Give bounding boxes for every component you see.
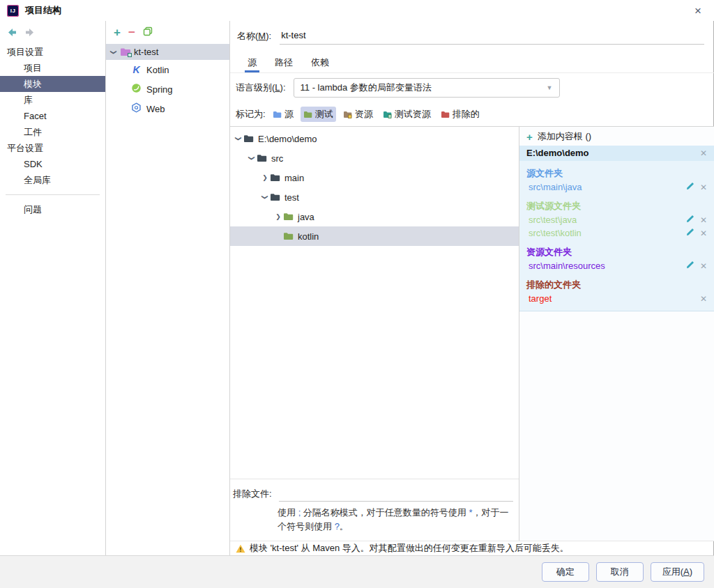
sidebar-item-modules[interactable]: 模块 (0, 76, 105, 92)
module-facet-spring[interactable]: Spring (106, 79, 229, 99)
module-name-input[interactable] (280, 29, 704, 45)
add-content-root-link[interactable]: + 添加内容根 () (519, 127, 714, 146)
add-content-root-label: 添加内容根 () (538, 130, 591, 143)
edit-pencil-icon[interactable] (686, 182, 694, 192)
tree-row-root[interactable]: E:\demo\demo (230, 129, 519, 148)
tree-row-kotlin[interactable]: kotlin (230, 226, 519, 246)
remove-root-icon[interactable]: ✕ (700, 149, 707, 157)
folder-dark-icon (270, 193, 280, 201)
mark-chip-resources[interactable]: 资源 (340, 107, 376, 122)
sidebar-item-problems[interactable]: 问题 (0, 201, 105, 217)
facet-label: Spring (146, 84, 173, 95)
test-source-folder-row: src\test\kotlin ✕ (519, 226, 714, 240)
exclude-files-input[interactable] (279, 486, 513, 502)
project-structure-dialog: IJ 项目结构 × 项目设置 项目 模块 库 Facet 工件 平台设置 SDK… (0, 0, 714, 588)
folder-path[interactable]: src\test\java (529, 215, 681, 225)
remove-folder-icon[interactable]: ✕ (700, 262, 707, 270)
tree-row-main[interactable]: main (230, 168, 519, 187)
language-level-select[interactable]: 11 - lambda 参数的局部变量语法 ▼ (294, 78, 560, 98)
module-editor: 名称(M): 源 路径 依赖 语言级别(L): 11 - lambda 参数的局… (230, 21, 714, 555)
section-title-test-source-folders: 测试源文件夹 (519, 194, 714, 213)
remove-folder-icon[interactable]: ✕ (700, 229, 707, 238)
sidebar-item-artifacts[interactable]: 工件 (0, 124, 105, 140)
tab-sources[interactable]: 源 (238, 52, 266, 72)
mark-chip-sources[interactable]: 源 (270, 107, 296, 122)
warning-text: 模块 'kt-test' 从 Maven 导入。对其配置做出的任何变更在重新导入… (250, 542, 569, 555)
spring-icon (131, 83, 142, 95)
exclude-files-help: 使用 ; 分隔名称模式，对于任意数量的符号使用 *，对于一个符号则使用 ?。 (278, 506, 510, 534)
tree-row-java[interactable]: java (230, 207, 519, 226)
modules-panel: + − kt-test K Kotlin Spring (106, 21, 230, 555)
close-icon[interactable]: × (690, 5, 706, 17)
chevron-down-icon[interactable] (234, 135, 243, 142)
forward-icon[interactable] (24, 28, 35, 37)
settings-sidebar: 项目设置 项目 模块 库 Facet 工件 平台设置 SDK 全局库 问题 (0, 21, 106, 555)
folder-dark-icon (257, 154, 267, 162)
cancel-button[interactable]: 取消 (596, 562, 644, 582)
content-root-header: E:\demo\demo ✕ (519, 146, 714, 161)
module-name: kt-test (134, 47, 158, 57)
mark-as-row: 标记为: 源 测试 资源 测试资源 (230, 102, 714, 127)
folder-green-icon (283, 232, 294, 240)
mark-chip-test-resources[interactable]: 测试资源 (380, 107, 434, 122)
sidebar-item-libraries[interactable]: 库 (0, 92, 105, 108)
copy-icon[interactable] (143, 26, 153, 38)
folder-path[interactable]: src\main\java (529, 182, 681, 192)
edit-pencil-icon[interactable] (686, 228, 694, 238)
content-root-path[interactable]: E:\demo\demo (526, 148, 589, 158)
edit-pencil-icon[interactable] (686, 261, 694, 271)
remove-icon[interactable]: − (128, 29, 135, 37)
exclude-files-label: 排除文件: (233, 488, 272, 500)
folder-dark-icon (243, 134, 254, 143)
folder-path[interactable]: src\main\resources (529, 261, 681, 271)
ok-button[interactable]: 确定 (542, 562, 589, 582)
tree-label: main (284, 173, 304, 183)
tab-paths[interactable]: 路径 (266, 52, 302, 72)
module-tree-root[interactable]: kt-test (106, 44, 229, 60)
source-folder-row: src\main\java ✕ (519, 180, 714, 194)
back-icon[interactable] (7, 28, 17, 37)
language-level-row: 语言级别(L): 11 - lambda 参数的局部变量语法 ▼ (230, 73, 714, 102)
sidebar-divider (6, 194, 100, 195)
chevron-down-icon[interactable] (109, 49, 119, 56)
edit-pencil-icon[interactable] (686, 215, 694, 225)
facet-label: Web (146, 104, 165, 114)
module-facet-kotlin[interactable]: K Kotlin (106, 60, 229, 79)
folder-dark-icon (270, 173, 280, 182)
folder-tree: E:\demo\demo src main (230, 127, 519, 479)
excluded-folder-row: target ✕ (519, 292, 714, 305)
tree-row-src[interactable]: src (230, 148, 519, 168)
language-level-label: 语言级别(L): (236, 82, 286, 94)
chevron-right-icon[interactable] (273, 213, 283, 220)
remove-folder-icon[interactable]: ✕ (700, 216, 707, 224)
editor-tabs: 源 路径 依赖 (230, 52, 714, 73)
sidebar-item-facets[interactable]: Facet (0, 108, 105, 124)
section-title-excluded-folders: 排除的文件夹 (519, 272, 714, 292)
tree-label: test (284, 192, 299, 203)
remove-folder-icon[interactable]: ✕ (700, 295, 707, 303)
chevron-down-icon[interactable] (260, 194, 270, 201)
title-bar: IJ 项目结构 × (0, 0, 714, 21)
mark-chip-excluded[interactable]: 排除的 (438, 107, 483, 122)
sidebar-item-global-libraries[interactable]: 全局库 (0, 172, 105, 188)
folder-path[interactable]: src\test\kotlin (529, 228, 681, 238)
module-facet-web[interactable]: Web (106, 99, 229, 118)
resource-folder-row: src\main\resources ✕ (519, 259, 714, 272)
chevron-down-icon[interactable] (247, 155, 257, 162)
sidebar-item-sdk[interactable]: SDK (0, 156, 105, 172)
facet-label: Kotlin (146, 65, 169, 75)
tab-dependencies[interactable]: 依赖 (302, 52, 338, 72)
dialog-title: 项目结构 (25, 4, 61, 17)
tree-row-test[interactable]: test (230, 187, 519, 207)
folder-red-icon (441, 111, 450, 118)
apply-button[interactable]: 应用(A) (651, 562, 704, 582)
sidebar-item-project[interactable]: 项目 (0, 60, 105, 76)
chevron-right-icon[interactable] (260, 174, 270, 181)
folder-path[interactable]: target (529, 293, 694, 304)
web-icon (131, 102, 142, 115)
add-icon: + (526, 131, 533, 143)
remove-folder-icon[interactable]: ✕ (700, 183, 707, 192)
add-icon[interactable]: + (114, 29, 121, 37)
mark-chip-tests[interactable]: 测试 (301, 107, 336, 122)
folder-tree-pane: E:\demo\demo src main (230, 127, 519, 541)
